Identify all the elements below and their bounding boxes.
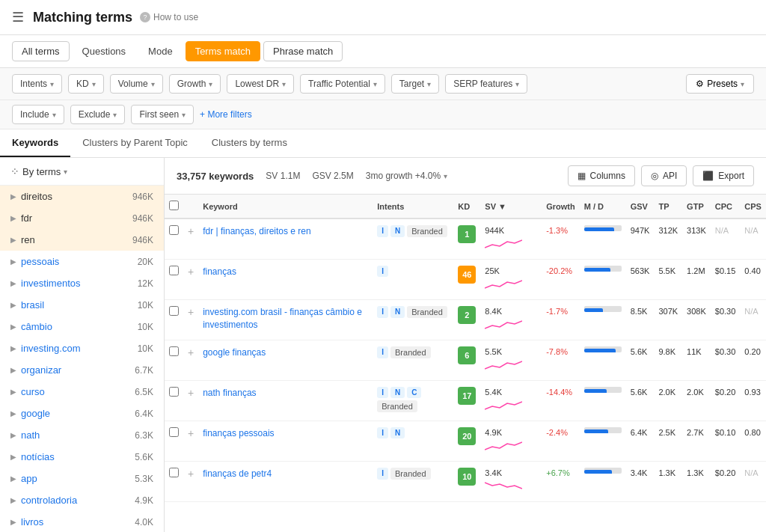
row-add-cell[interactable]: +: [183, 421, 198, 462]
th-tp[interactable]: TP: [654, 195, 682, 218]
filter-lowest-dr[interactable]: Lowest DR ▾: [227, 74, 294, 94]
keyword-link[interactable]: fdr | finanças, direitos e ren: [203, 226, 311, 236]
keywords-table: Keyword Intents KD SV ▼ Growth M / D GSV…: [165, 195, 766, 502]
th-md[interactable]: M / D: [580, 195, 626, 218]
filter-row-1: Intents ▾ KD ▾ Volume ▾ Growth ▾ Lowest …: [0, 68, 766, 100]
cps-cell: N/A: [740, 462, 766, 502]
intent-badge-C: C: [407, 387, 421, 398]
row-checkbox[interactable]: [169, 306, 179, 316]
sidebar-item-label: curso: [21, 386, 45, 397]
cps-value: 0.80: [744, 428, 760, 437]
th-keyword[interactable]: Keyword: [198, 195, 373, 218]
kd-cell: 2: [453, 300, 480, 340]
th-sv[interactable]: SV ▼: [480, 195, 542, 218]
sidebar-by-terms[interactable]: ⁘ By terms ▾: [0, 158, 164, 186]
row-add-cell[interactable]: +: [183, 300, 198, 340]
sidebar-item[interactable]: ▶ brasil 10K: [0, 294, 164, 316]
tp-value: 2.5K: [658, 428, 675, 437]
sidebar-item[interactable]: ▶ google 6.4K: [0, 403, 164, 424]
filter-first-seen[interactable]: First seen ▾: [131, 105, 194, 124]
keyword-link[interactable]: finanças: [203, 266, 236, 277]
filter-kd[interactable]: KD ▾: [68, 74, 104, 94]
more-filters-link[interactable]: + More filters: [200, 109, 252, 120]
filter-traffic-potential[interactable]: Traffic Potential ▾: [300, 74, 385, 94]
th-cpc[interactable]: CPC: [711, 195, 741, 218]
hamburger-icon[interactable]: ☰: [12, 9, 24, 25]
row-add-cell[interactable]: +: [183, 462, 198, 502]
filter-intents[interactable]: Intents ▾: [12, 74, 62, 94]
th-intents[interactable]: Intents: [373, 195, 453, 218]
sidebar-item[interactable]: ▶ câmbio 10K: [0, 316, 164, 337]
select-all-checkbox[interactable]: [169, 201, 179, 210]
filter-serp-features[interactable]: SERP features ▾: [445, 74, 527, 94]
sidebar-item[interactable]: ▶ livros 4.0K: [0, 511, 164, 532]
export-button[interactable]: ⬛ Export: [693, 165, 754, 186]
filter-growth[interactable]: Growth ▾: [169, 74, 221, 94]
gtp-value: 313K: [687, 226, 706, 235]
md-bar: [584, 266, 622, 272]
sidebar-item[interactable]: ▶ controladoria 4.9K: [0, 489, 164, 511]
sidebar-item[interactable]: ▶ fdr 946K: [0, 207, 164, 229]
sv-cell: 3.4K: [480, 462, 542, 502]
sidebar-item[interactable]: ▶ investimentos 12K: [0, 272, 164, 294]
th-gtp[interactable]: GTP: [682, 195, 711, 218]
filter-volume[interactable]: Volume ▾: [110, 74, 163, 94]
sv-value: 5.4K: [485, 388, 502, 397]
th-growth[interactable]: Growth: [542, 195, 580, 218]
sidebar-item[interactable]: ▶ curso 6.5K: [0, 381, 164, 403]
sidebar-item-content: ▶ investimentos: [10, 278, 80, 289]
filter-target[interactable]: Target ▾: [391, 74, 439, 94]
growth-dropdown[interactable]: 3mo growth +4.0% ▾: [366, 171, 447, 181]
gtp-cell: 11K: [682, 340, 711, 381]
how-to-use-link[interactable]: ? How to use: [140, 12, 198, 22]
row-checkbox[interactable]: [169, 225, 179, 235]
tab-phrase-match[interactable]: Phrase match: [263, 41, 343, 61]
keyword-link[interactable]: finanças de petr4: [203, 468, 272, 479]
sidebar-item[interactable]: ▶ investing.com 10K: [0, 337, 164, 359]
tab-mode[interactable]: Mode: [138, 41, 183, 61]
row-checkbox[interactable]: [169, 387, 179, 397]
th-kd[interactable]: KD: [453, 195, 480, 218]
sidebar-item[interactable]: ▶ notícias 5.6K: [0, 446, 164, 468]
th-gsv[interactable]: GSV: [626, 195, 655, 218]
api-button[interactable]: ◎ API: [641, 165, 687, 186]
keyword-link[interactable]: google finanças: [203, 347, 266, 358]
sidebar-item[interactable]: ▶ pessoais 20K: [0, 251, 164, 272]
growth-cell: -20.2%: [542, 260, 580, 300]
tab-clusters-parent[interactable]: Clusters by Parent Topic: [70, 129, 200, 157]
filter-include[interactable]: Include ▾: [12, 105, 64, 124]
presets-button[interactable]: ⚙ Presets ▾: [686, 74, 754, 94]
row-add-cell[interactable]: +: [183, 340, 198, 381]
row-checkbox[interactable]: [169, 427, 179, 437]
chevron-down-icon: ▾: [427, 80, 431, 88]
keyword-link[interactable]: investing.com brasil - finanças câmbio e…: [203, 307, 362, 330]
sidebar-item[interactable]: ▶ app 5.3K: [0, 468, 164, 489]
row-add-cell[interactable]: +: [183, 218, 198, 260]
tab-questions[interactable]: Questions: [73, 41, 136, 61]
sidebar-item[interactable]: ▶ nath 6.3K: [0, 424, 164, 446]
keyword-link[interactable]: finanças pessoais: [203, 428, 274, 438]
row-checkbox[interactable]: [169, 266, 179, 275]
cpc-value: $0.30: [715, 307, 736, 316]
intents-cell: INBranded: [373, 300, 453, 340]
kd-badge: 1: [458, 225, 476, 243]
sidebar-item[interactable]: ▶ direitos 946K: [0, 186, 164, 207]
columns-button[interactable]: ▦ Columns: [568, 165, 635, 186]
sidebar-item-label: controladoria: [21, 495, 77, 506]
tab-clusters-terms[interactable]: Clusters by terms: [200, 129, 299, 157]
sidebar-item[interactable]: ▶ organizar 6.7K: [0, 359, 164, 381]
chevron-down-icon: ▾: [282, 80, 286, 88]
keyword-link[interactable]: nath finanças: [203, 388, 256, 398]
tab-all-terms[interactable]: All terms: [12, 41, 70, 61]
tab-keywords[interactable]: Keywords: [0, 129, 70, 157]
filter-exclude[interactable]: Exclude ▾: [70, 105, 126, 124]
gsv-value: 563K: [631, 266, 650, 275]
row-add-cell[interactable]: +: [183, 381, 198, 421]
row-checkbox[interactable]: [169, 468, 179, 477]
sidebar-item[interactable]: ▶ ren 946K: [0, 229, 164, 251]
th-cps[interactable]: CPS: [740, 195, 766, 218]
row-add-cell[interactable]: +: [183, 260, 198, 300]
row-checkbox[interactable]: [169, 346, 179, 356]
right-panel: 33,757 keywords SV 1.1M GSV 2.5M 3mo gro…: [165, 158, 766, 532]
tab-terms-match[interactable]: Terms match: [186, 41, 260, 61]
